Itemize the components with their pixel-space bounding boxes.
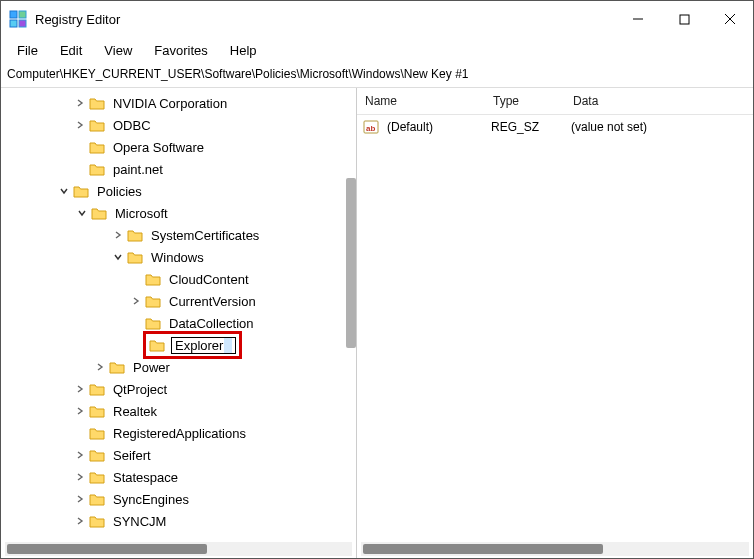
svg-text:ab: ab	[366, 124, 375, 133]
menu-edit[interactable]: Edit	[50, 39, 92, 62]
folder-icon	[127, 250, 143, 264]
tree-item[interactable]: SYNCJM	[5, 510, 352, 532]
tree-item[interactable]: Seifert	[5, 444, 352, 466]
rename-highlight: Explorer	[145, 333, 240, 357]
tree-item-windows[interactable]: Windows	[5, 246, 352, 268]
tree-item[interactable]: paint.net	[5, 158, 352, 180]
tree-label: CurrentVersion	[167, 293, 258, 310]
list-pane: Name Type Data ab (Default) REG_SZ (valu…	[357, 88, 753, 558]
tree-item[interactable]: Realtek	[5, 400, 352, 422]
chevron-down-icon[interactable]	[75, 206, 89, 220]
text-caret-icon	[224, 338, 232, 353]
tree-label: SystemCertificates	[149, 227, 261, 244]
column-data[interactable]: Data	[565, 88, 753, 114]
list-row[interactable]: ab (Default) REG_SZ (value not set)	[357, 115, 753, 139]
tree-item[interactable]: Power	[5, 356, 352, 378]
folder-icon	[145, 272, 161, 286]
svg-rect-3	[19, 20, 26, 27]
folder-icon	[89, 448, 105, 462]
rename-input[interactable]: Explorer	[171, 337, 236, 354]
tree-label: SYNCJM	[111, 513, 168, 530]
list-header: Name Type Data	[357, 88, 753, 115]
tree-label: Microsoft	[113, 205, 170, 222]
content: NVIDIA Corporation ODBC Opera Software	[1, 88, 753, 558]
chevron-right-icon[interactable]	[73, 492, 87, 506]
tree-label: paint.net	[111, 161, 165, 178]
tree-item[interactable]: RegisteredApplications	[5, 422, 352, 444]
folder-icon	[89, 404, 105, 418]
tree-item[interactable]: DataCollection	[5, 312, 352, 334]
chevron-right-icon[interactable]	[111, 228, 125, 242]
tree-label: DataCollection	[167, 315, 256, 332]
minimize-icon	[632, 13, 644, 25]
menubar: File Edit View Favorites Help	[1, 37, 753, 64]
folder-icon	[109, 360, 125, 374]
folder-icon	[89, 492, 105, 506]
svg-rect-5	[680, 15, 689, 24]
folder-icon	[89, 96, 105, 110]
chevron-right-icon[interactable]	[73, 118, 87, 132]
close-icon	[724, 13, 736, 25]
svg-rect-0	[10, 11, 17, 18]
tree-item[interactable]: CloudContent	[5, 268, 352, 290]
tree-item[interactable]: NVIDIA Corporation	[5, 92, 352, 114]
tree-pane: NVIDIA Corporation ODBC Opera Software	[1, 88, 357, 558]
folder-icon	[89, 162, 105, 176]
tree-scrollbar-vertical[interactable]	[346, 178, 356, 348]
tree-label: NVIDIA Corporation	[111, 95, 229, 112]
tree-label: CloudContent	[167, 271, 251, 288]
tree-item[interactable]: SystemCertificates	[5, 224, 352, 246]
menu-help[interactable]: Help	[220, 39, 267, 62]
scrollbar-thumb[interactable]	[7, 544, 207, 554]
tree-item[interactable]: CurrentVersion	[5, 290, 352, 312]
minimize-button[interactable]	[615, 1, 661, 37]
tree-item[interactable]: ODBC	[5, 114, 352, 136]
folder-icon	[89, 426, 105, 440]
menu-file[interactable]: File	[7, 39, 48, 62]
window-title: Registry Editor	[35, 12, 120, 27]
chevron-right-icon[interactable]	[73, 470, 87, 484]
tree-label: ODBC	[111, 117, 153, 134]
tree-item[interactable]: SyncEngines	[5, 488, 352, 510]
chevron-right-icon[interactable]	[93, 360, 107, 374]
svg-rect-1	[19, 11, 26, 18]
column-name[interactable]: Name	[357, 88, 485, 114]
tree-scrollbar-horizontal[interactable]	[5, 542, 352, 556]
chevron-right-icon[interactable]	[73, 382, 87, 396]
value-data: (value not set)	[563, 118, 655, 136]
tree-item[interactable]: QtProject	[5, 378, 352, 400]
tree-label: RegisteredApplications	[111, 425, 248, 442]
tree-viewport[interactable]: NVIDIA Corporation ODBC Opera Software	[5, 92, 352, 540]
scrollbar-thumb[interactable]	[363, 544, 603, 554]
maximize-button[interactable]	[661, 1, 707, 37]
tree-item-policies[interactable]: Policies	[5, 180, 352, 202]
menu-view[interactable]: View	[94, 39, 142, 62]
column-type[interactable]: Type	[485, 88, 565, 114]
close-button[interactable]	[707, 1, 753, 37]
tree-item-explorer[interactable]: Explorer	[5, 334, 352, 356]
tree-label: Opera Software	[111, 139, 206, 156]
tree-label: Policies	[95, 183, 144, 200]
chevron-right-icon[interactable]	[73, 96, 87, 110]
chevron-right-icon[interactable]	[73, 514, 87, 528]
chevron-right-icon[interactable]	[73, 448, 87, 462]
maximize-icon	[679, 14, 690, 25]
string-value-icon: ab	[363, 119, 379, 135]
list-scrollbar-horizontal[interactable]	[361, 542, 749, 556]
tree-item-microsoft[interactable]: Microsoft	[5, 202, 352, 224]
tree-item[interactable]: Statespace	[5, 466, 352, 488]
address-bar[interactable]: Computer\HKEY_CURRENT_USER\Software\Poli…	[1, 64, 753, 88]
chevron-right-icon[interactable]	[73, 404, 87, 418]
chevron-down-icon[interactable]	[111, 250, 125, 264]
folder-icon	[73, 184, 89, 198]
chevron-right-icon[interactable]	[129, 294, 143, 308]
menu-favorites[interactable]: Favorites	[144, 39, 217, 62]
folder-icon	[145, 316, 161, 330]
window: Registry Editor File Edit View Favorites…	[0, 0, 754, 559]
tree-item[interactable]: Opera Software	[5, 136, 352, 158]
chevron-down-icon[interactable]	[57, 184, 71, 198]
tree-label: Realtek	[111, 403, 159, 420]
folder-icon	[127, 228, 143, 242]
titlebar: Registry Editor	[1, 1, 753, 37]
tree-label: QtProject	[111, 381, 169, 398]
